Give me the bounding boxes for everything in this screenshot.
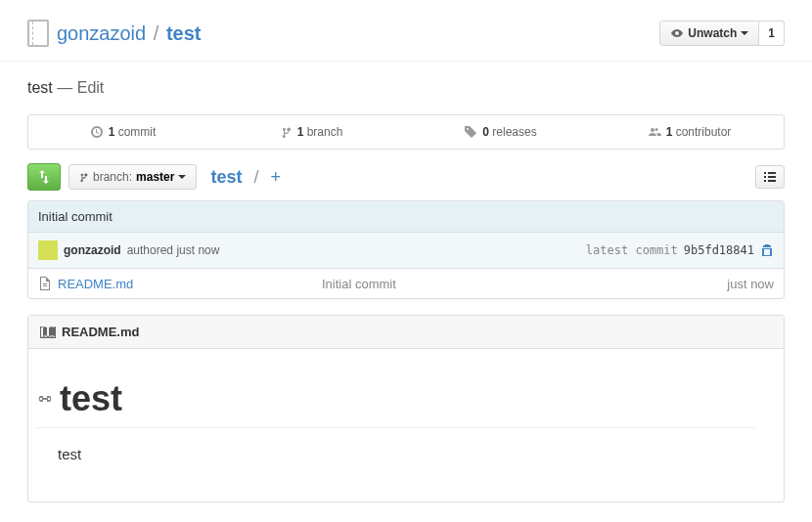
- commit-message[interactable]: Initial commit: [28, 201, 784, 233]
- branch-icon: [79, 170, 89, 184]
- readme-content: test test: [28, 349, 784, 501]
- history-icon: [90, 125, 104, 139]
- owner-link[interactable]: gonzazoid: [57, 22, 146, 44]
- toolbar: branch: master test / +: [27, 163, 785, 191]
- list-button[interactable]: [755, 165, 785, 189]
- stats-bar: 1 commit 1 branch 0 releases 1 contribut…: [27, 114, 785, 150]
- latest-commit-label: latest commit: [586, 243, 678, 257]
- repo-title-group: gonzazoid / test: [27, 20, 201, 47]
- readme-paragraph: test: [58, 446, 754, 462]
- unwatch-group: Unwatch 1: [659, 21, 785, 46]
- new-file-button[interactable]: +: [270, 167, 281, 188]
- compare-icon: [37, 169, 51, 185]
- book-icon: [40, 326, 56, 339]
- branch-icon: [281, 125, 293, 139]
- releases-stat[interactable]: 0 releases: [406, 115, 595, 149]
- eye-icon: [670, 27, 684, 39]
- tag-icon: [464, 125, 477, 139]
- clipboard-icon[interactable]: [760, 243, 774, 257]
- desc-edit[interactable]: Edit: [77, 79, 105, 96]
- file-time: just now: [727, 277, 774, 291]
- repo-header: gonzazoid / test Unwatch 1: [0, 0, 812, 62]
- file-name-link[interactable]: README.md: [58, 277, 322, 291]
- readme-header: README.md: [28, 316, 784, 349]
- path-root[interactable]: test: [210, 167, 242, 188]
- branches-stat[interactable]: 1 branch: [217, 115, 406, 149]
- branch-prefix: branch:: [93, 170, 132, 184]
- unwatch-label: Unwatch: [688, 26, 737, 40]
- list-icon: [764, 171, 776, 183]
- file-row: README.md Initial commit just now: [28, 269, 784, 298]
- watch-count[interactable]: 1: [759, 21, 785, 46]
- caret-icon: [741, 31, 748, 35]
- file-icon: [38, 276, 52, 291]
- commit-sha[interactable]: 9b5fd18841: [684, 243, 754, 257]
- unwatch-button[interactable]: Unwatch: [659, 21, 759, 46]
- repo-description: test — Edit: [27, 79, 785, 97]
- commits-stat[interactable]: 1 commit: [28, 115, 217, 149]
- commit-author[interactable]: gonzazoid: [64, 243, 121, 257]
- link-icon[interactable]: [36, 392, 54, 406]
- avatar: [38, 240, 58, 260]
- desc-dash: —: [57, 79, 72, 96]
- desc-name: test: [27, 79, 53, 96]
- compare-button[interactable]: [27, 163, 61, 191]
- repo-icon: [27, 20, 49, 47]
- header-actions: Unwatch 1: [659, 21, 785, 46]
- branch-select[interactable]: branch: master: [68, 164, 197, 190]
- commit-meta: gonzazoid authored just now latest commi…: [28, 233, 784, 269]
- caret-icon: [178, 175, 186, 179]
- people-icon: [648, 125, 661, 139]
- contributors-stat[interactable]: 1 contributor: [595, 115, 784, 149]
- path-separator: /: [154, 22, 159, 44]
- commit-authored: authored just now: [127, 243, 220, 257]
- breadcrumb: gonzazoid / test: [57, 22, 201, 45]
- path-sep: /: [253, 167, 258, 188]
- file-commit-message[interactable]: Initial commit: [322, 277, 727, 291]
- readme-filename: README.md: [62, 325, 139, 339]
- repo-link[interactable]: test: [166, 22, 202, 44]
- readme-box: README.md test test: [27, 315, 785, 502]
- readme-heading: test: [36, 378, 754, 428]
- branch-name: master: [136, 170, 174, 184]
- commit-box: Initial commit gonzazoid authored just n…: [27, 200, 785, 299]
